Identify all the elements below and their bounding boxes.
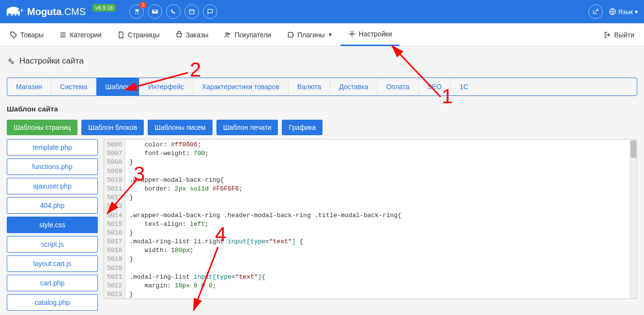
settings-tabs: МагазинСистемаШаблонИнтерфейсХарактерист… <box>7 78 637 96</box>
code-body[interactable]: color: #ff0606; font-weight: 700;}.wrapp… <box>125 140 637 299</box>
tab-валюта[interactable]: Валюта <box>289 78 331 95</box>
top-header: Moguta.CMS v6.9.18 3 Язык ▾ <box>0 0 644 23</box>
elephant-logo-icon <box>6 5 23 18</box>
cart-icon <box>133 8 140 15</box>
nav-products[interactable]: Товары <box>2 23 51 46</box>
nav-settings[interactable]: Настройки <box>340 23 400 46</box>
logo[interactable]: Moguta.CMS v6.9.18 <box>6 5 116 18</box>
file-item[interactable]: template.php <box>7 139 98 156</box>
nav-categories[interactable]: Категории <box>51 23 109 46</box>
tab-seo[interactable]: SEO <box>419 78 451 95</box>
sub-tab-2[interactable]: Шаблоны писем <box>148 120 213 135</box>
content-area: Настройки сайта МагазинСистемаШаблонИнте… <box>0 47 644 315</box>
chat-icon <box>207 8 214 15</box>
basket-icon <box>175 31 183 39</box>
nav-pages[interactable]: Страницы <box>109 23 168 46</box>
users-icon <box>224 31 231 39</box>
tab-шаблон[interactable]: Шаблон <box>96 78 139 95</box>
svg-point-4 <box>228 33 230 34</box>
exit-icon <box>604 31 612 39</box>
phone-icon-button[interactable] <box>166 4 181 19</box>
nav-orders[interactable]: Заказы <box>168 23 216 46</box>
mail-icon <box>152 8 158 15</box>
globe-icon <box>609 8 616 16</box>
external-link-icon <box>592 8 599 15</box>
phone-icon <box>170 8 177 15</box>
file-list: template.phpfunctions.phpajaxuser.php404… <box>7 139 104 314</box>
external-link-button[interactable] <box>588 4 603 19</box>
tab-система[interactable]: Система <box>51 78 96 95</box>
nav-customers[interactable]: Покупатели <box>216 23 279 46</box>
tab-магазин[interactable]: Магазин <box>7 78 51 95</box>
file-item[interactable]: 404.php <box>7 197 98 214</box>
tab-характеристики товаров[interactable]: Характеристики товаров <box>193 78 289 95</box>
file-item[interactable]: ajaxuser.php <box>7 178 98 194</box>
sub-tab-1[interactable]: Шаблон блоков <box>81 120 144 135</box>
calendar-icon-button[interactable] <box>184 4 199 19</box>
file-item[interactable]: layout.cart.js <box>7 255 98 272</box>
section-title: Шаблон сайта <box>7 105 637 113</box>
mail-icon-button[interactable] <box>148 4 162 19</box>
chat-icon-button[interactable] <box>203 4 217 19</box>
chevron-down-icon: ▼ <box>328 32 333 37</box>
file-item[interactable]: cart.php <box>7 275 98 291</box>
cart-icon-button[interactable]: 3 <box>129 4 144 19</box>
file-item[interactable]: style.css <box>7 217 98 233</box>
language-label: Язык <box>618 8 633 16</box>
tab-1с[interactable]: 1С <box>451 78 477 95</box>
page-title: Настройки сайта <box>7 56 637 66</box>
sub-tab-4[interactable]: Графика <box>282 120 322 135</box>
file-item[interactable]: catalog.php <box>7 294 98 311</box>
header-right: Язык ▾ <box>588 4 638 19</box>
puzzle-icon <box>287 31 294 39</box>
tag-icon <box>10 31 17 39</box>
version-badge: v6.9.18 <box>92 4 116 12</box>
svg-point-6 <box>9 59 11 61</box>
scrollbar-thumb[interactable] <box>630 141 636 158</box>
line-number-gutter: 5006500750085009501050115012501350145015… <box>104 140 125 299</box>
main-nav: Товары Категории Страницы Заказы Покупат… <box>0 23 644 47</box>
header-icon-row: 3 <box>129 4 217 19</box>
svg-rect-0 <box>190 10 194 14</box>
tab-доставка[interactable]: Доставка <box>330 78 377 95</box>
logo-text: Moguta.CMS <box>27 6 86 17</box>
vertical-scrollbar[interactable] <box>630 140 637 299</box>
gears-icon <box>7 57 15 65</box>
sub-tab-0[interactable]: Шаблоны страниц <box>7 120 77 135</box>
code-editor[interactable]: 5006500750085009501050115012501350145015… <box>104 139 637 299</box>
file-item[interactable]: script.js <box>7 236 98 252</box>
file-item[interactable]: functions.php <box>7 158 98 175</box>
svg-point-3 <box>226 32 228 34</box>
template-sub-tabs: Шаблоны страницШаблон блоковШаблоны писе… <box>7 120 637 135</box>
list-icon <box>59 31 67 39</box>
editor-area: template.phpfunctions.phpajaxuser.php404… <box>7 139 637 314</box>
nav-exit[interactable]: Выйти <box>596 23 642 46</box>
tab-интерфейс[interactable]: Интерфейс <box>139 78 193 95</box>
file-icon <box>117 31 125 39</box>
sub-tab-3[interactable]: Шаблон печати <box>216 120 278 135</box>
notification-badge: 3 <box>139 2 146 8</box>
chevron-down-icon: ▾ <box>635 8 638 16</box>
calendar-icon <box>188 8 195 15</box>
language-selector[interactable]: Язык ▾ <box>609 8 638 16</box>
gears-icon <box>348 30 356 38</box>
nav-plugins[interactable]: Плагины▼ <box>279 23 340 46</box>
svg-point-5 <box>351 33 353 35</box>
tab-оплата[interactable]: Оплата <box>377 78 418 95</box>
